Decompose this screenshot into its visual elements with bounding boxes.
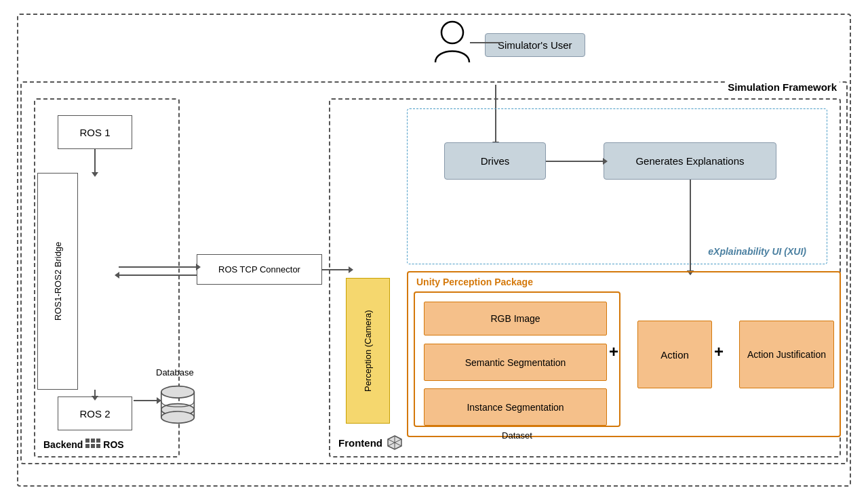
xui-label: eXplainability UI (XUI) (708, 246, 806, 257)
perception-label: Perception (Camera) (363, 310, 373, 392)
action-label: Action (660, 349, 689, 361)
user-label-box: Simulator's User (485, 33, 585, 57)
simulation-framework-label: Simulation Framework (725, 81, 840, 93)
ros-bridge-box: ROS1-ROS2 Bridge (37, 173, 78, 390)
arrow-bridge-ros2 (94, 390, 96, 396)
rgb-image-box: RGB Image (424, 302, 607, 336)
backend-ros-label: Backend ROS (43, 439, 124, 451)
plus-sign-2: + (714, 342, 724, 361)
frontend-label: Frontend (338, 434, 403, 451)
ros-tcp-label: ROS TCP Connector (218, 264, 300, 274)
action-box: Action (637, 321, 712, 388)
instance-segmentation-box: Instance Segmentation (424, 388, 607, 426)
user-label: Simulator's User (498, 39, 572, 51)
gen-exp-box: Generates Explanations (604, 142, 776, 180)
arrow-user-to-label (470, 42, 501, 43)
gen-exp-label: Generates Explanations (635, 155, 744, 167)
svg-rect-5 (91, 444, 95, 448)
svg-point-7 (161, 386, 195, 398)
ros2-label: ROS 2 (79, 408, 110, 420)
perception-camera-box: Perception (Camera) (346, 278, 390, 424)
ros1-label: ROS 1 (79, 127, 110, 138)
ros1-box: ROS 1 (58, 115, 132, 149)
diagram-container: Simulation Framework Simulator's User Ba… (14, 10, 854, 478)
xui-box: eXplainability UI (XUI) (407, 108, 827, 264)
database-label: Database (156, 367, 194, 378)
user-area: Simulator's User (434, 20, 585, 70)
drives-box: Drives (444, 142, 546, 180)
arrow-drives-genexp (546, 161, 604, 162)
ros-tcp-box: ROS TCP Connector (197, 254, 322, 285)
semantic-segmentation-box: Semantic Segmentation (424, 344, 607, 381)
unity-icon (387, 434, 403, 451)
svg-rect-1 (85, 439, 90, 443)
svg-rect-4 (85, 444, 90, 448)
rgb-label: RGB Image (490, 313, 540, 324)
svg-point-0 (441, 22, 463, 43)
arrow-ros2-db (134, 400, 157, 401)
unity-perception-label: Unity Perception Package (416, 277, 533, 287)
ros-bridge-label: ROS1-ROS2 Bridge (53, 242, 63, 321)
arrow-bridge-tcp-bottom (119, 274, 197, 276)
svg-rect-6 (96, 444, 100, 448)
dataset-label: Dataset (502, 430, 532, 441)
arrow-bridge-tcp-top (119, 266, 197, 268)
ros2-box: ROS 2 (58, 396, 132, 430)
action-just-label: Action Justification (747, 349, 826, 360)
drives-label: Drives (481, 155, 510, 167)
svg-rect-2 (91, 439, 95, 443)
plus-sign-1: + (609, 342, 618, 361)
user-icon (434, 20, 471, 70)
svg-rect-3 (96, 439, 100, 443)
arrow-genexp-down (690, 180, 691, 271)
svg-point-9 (161, 411, 195, 423)
action-justification-box: Action Justification (739, 321, 834, 388)
instance-label: Instance Segmentation (467, 402, 564, 413)
semantic-label: Semantic Segmentation (465, 357, 566, 368)
database-icon (156, 385, 200, 429)
arrow-ros1-bridge (94, 149, 96, 173)
